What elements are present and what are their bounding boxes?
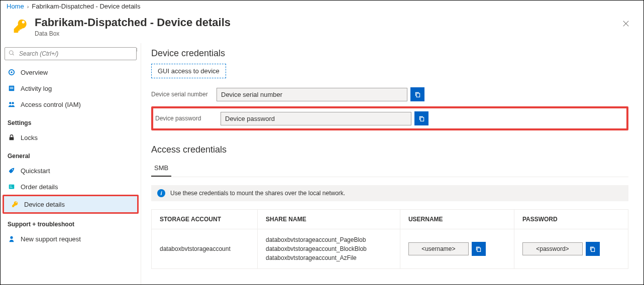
gui-access-button[interactable]: GUI access to device [151, 64, 226, 78]
search-icon [9, 50, 15, 58]
svg-rect-10 [9, 185, 15, 189]
sidebar-search-input[interactable] [5, 47, 137, 60]
sidebar-section-support: Support + troubleshoot [1, 214, 141, 231]
share-name: databoxbvtstorageaccount_PageBlob [266, 235, 392, 244]
cell-storage-account: databoxbvtstorageaccount [152, 229, 258, 269]
sidebar-item-overview[interactable]: Overview [1, 64, 141, 80]
quickstart-icon [8, 167, 16, 175]
device-credentials-title: Device credentials [151, 48, 628, 59]
sidebar-section-general: General [1, 146, 141, 163]
table-row: databoxbvtstorageaccount databoxbvtstora… [152, 229, 628, 269]
sidebar-item-activity-log[interactable]: Activity log [1, 80, 141, 96]
col-password: PASSWORD [514, 210, 628, 229]
main-content: Device credentials GUI access to device … [141, 43, 643, 285]
info-icon: i [157, 189, 165, 197]
page-subtitle: Data Box [35, 30, 231, 37]
svg-rect-16 [477, 248, 481, 251]
sidebar-item-new-support-request[interactable]: New support request [1, 231, 141, 247]
sidebar-section-settings: Settings [1, 112, 141, 129]
svg-rect-15 [420, 117, 424, 121]
activity-log-icon [8, 84, 16, 92]
svg-point-13 [10, 236, 13, 239]
sidebar-item-device-details[interactable]: Device details [4, 196, 137, 212]
sidebar-item-label: Order details [21, 183, 58, 191]
credentials-table: STORAGE ACCOUNT SHARE NAME USERNAME PASS… [151, 209, 628, 269]
svg-rect-4 [10, 87, 14, 87]
copy-username-button[interactable] [472, 242, 486, 256]
chevron-right-icon: › [27, 4, 29, 10]
sidebar-item-quickstart[interactable]: Quickstart [1, 163, 141, 179]
col-username: USERNAME [400, 210, 514, 229]
sidebar-item-label: Device details [24, 201, 65, 208]
share-name: databoxbvtstorageaccount_BlockBlob [266, 244, 392, 253]
svg-point-2 [11, 71, 13, 73]
page-title: Fabrikam-Dispatched - Device details [35, 16, 231, 29]
share-name: databoxbvtstorageaccount_AzFile [266, 253, 392, 262]
svg-rect-5 [10, 88, 14, 89]
sidebar-item-locks[interactable]: Locks [1, 129, 141, 146]
breadcrumb-home[interactable]: Home [7, 3, 24, 10]
col-storage-account: STORAGE ACCOUNT [152, 210, 258, 229]
lock-icon [8, 133, 16, 141]
svg-rect-14 [416, 93, 420, 97]
order-details-icon [8, 183, 16, 191]
key-icon [13, 18, 29, 34]
access-credentials-title: Access credentials [151, 145, 628, 155]
support-icon [8, 235, 16, 243]
svg-point-0 [10, 51, 14, 55]
sidebar-item-label: Access control (IAM) [21, 101, 81, 108]
serial-number-label: Device serial number [151, 91, 217, 98]
col-share-name: SHARE NAME [257, 210, 400, 229]
close-button[interactable] [618, 16, 633, 32]
sidebar-item-label: Quickstart [21, 167, 50, 175]
sidebar-item-access-control[interactable]: Access control (IAM) [1, 96, 141, 112]
tab-smb[interactable]: SMB [151, 160, 171, 177]
people-icon [8, 100, 16, 108]
info-text: Use these credentials to mount the share… [170, 190, 345, 197]
key-icon [11, 200, 19, 208]
info-bar: i Use these credentials to mount the sha… [151, 185, 628, 201]
breadcrumb-current: Fabrikam-Dispatched - Device details [32, 3, 140, 10]
overview-icon [8, 68, 16, 76]
breadcrumb: Home › Fabrikam-Dispatched - Device deta… [1, 1, 643, 14]
copy-share-password-button[interactable] [586, 242, 600, 256]
svg-rect-17 [591, 248, 595, 251]
cell-share-names: databoxbvtstorageaccount_PageBlob databo… [266, 235, 392, 262]
copy-password-button[interactable] [414, 111, 428, 125]
sidebar-item-label: Activity log [21, 85, 52, 92]
device-password-label: Device password [155, 115, 221, 122]
svg-point-9 [12, 169, 13, 170]
svg-point-7 [12, 102, 14, 104]
svg-rect-8 [10, 137, 14, 140]
sidebar-item-label: Locks [21, 134, 38, 141]
serial-number-field[interactable] [217, 88, 407, 101]
svg-rect-12 [10, 187, 13, 188]
page-header: Fabrikam-Dispatched - Device details Dat… [1, 14, 643, 43]
password-field[interactable]: <password> [522, 242, 583, 255]
username-field[interactable]: <username> [408, 242, 469, 255]
sidebar-item-order-details[interactable]: Order details [1, 179, 141, 195]
sidebar-item-label: New support request [21, 235, 81, 243]
svg-point-6 [9, 102, 11, 104]
sidebar: « Overview Activity log Access control (… [1, 43, 141, 285]
svg-rect-11 [10, 186, 12, 186]
sidebar-item-label: Overview [21, 69, 48, 76]
copy-serial-button[interactable] [410, 87, 424, 101]
device-password-field[interactable] [221, 112, 411, 125]
